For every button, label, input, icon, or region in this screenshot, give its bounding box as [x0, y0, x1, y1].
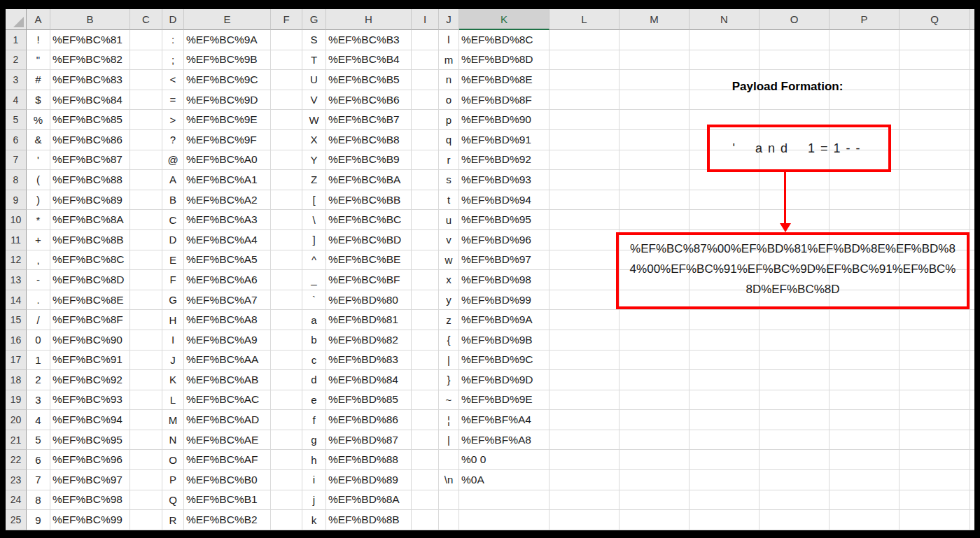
cell-O22[interactable] [760, 450, 830, 470]
cell-J19[interactable]: ~ [439, 390, 459, 411]
cell-C3[interactable] [130, 70, 162, 90]
cell-Q25[interactable] [899, 510, 970, 530]
cell-N20[interactable] [690, 410, 760, 430]
cell-C6[interactable] [130, 130, 162, 150]
cell-M6[interactable] [620, 130, 690, 150]
col-header-E[interactable]: E [184, 9, 271, 30]
cell-Q2[interactable] [899, 50, 970, 71]
cell-A1[interactable]: ! [27, 30, 50, 50]
cell-O25[interactable] [760, 510, 830, 530]
cell-N10[interactable] [690, 210, 760, 230]
cell-F20[interactable] [271, 410, 302, 430]
cell-E3[interactable]: %EF%BC%9C [184, 70, 271, 90]
cell-Q6[interactable] [899, 130, 970, 150]
cell-F1[interactable] [271, 30, 302, 50]
cell-D16[interactable]: I [162, 330, 184, 351]
cell-A17[interactable]: 1 [27, 351, 50, 371]
cell-L13[interactable] [550, 270, 620, 290]
cell-J22[interactable] [439, 450, 459, 470]
cell-K23[interactable]: %0A [459, 470, 550, 490]
cell-C14[interactable] [130, 290, 162, 311]
cell-H8[interactable]: %EF%BC%BA [326, 170, 412, 190]
cell-I21[interactable] [412, 430, 439, 451]
cell-G6[interactable]: X [302, 130, 326, 150]
cell-M20[interactable] [620, 410, 690, 430]
cell-Q17[interactable] [899, 351, 970, 371]
cell-J10[interactable]: u [439, 210, 459, 230]
cell-E24[interactable]: %EF%BC%B1 [184, 490, 271, 511]
col-header-B[interactable]: B [50, 9, 130, 30]
cell-P1[interactable] [830, 30, 899, 50]
cell-E5[interactable]: %EF%BC%9E [184, 110, 271, 130]
cell-C24[interactable] [130, 490, 162, 511]
cell-A9[interactable]: ) [27, 190, 50, 211]
cell-K2[interactable]: %EF%BD%8D [459, 50, 550, 71]
cell-H13[interactable]: %EF%BC%BF [326, 270, 412, 290]
cell-G20[interactable]: f [302, 410, 326, 430]
cell-I23[interactable] [412, 470, 439, 490]
cell-E21[interactable]: %EF%BC%AE [184, 430, 271, 451]
cell-I25[interactable] [412, 510, 439, 530]
cell-D20[interactable]: M [162, 410, 184, 430]
cell-K20[interactable]: %EF%BF%A4 [459, 410, 550, 430]
cell-E19[interactable]: %EF%BC%AC [184, 390, 271, 411]
cell-J5[interactable]: p [439, 110, 459, 130]
cell-K7[interactable]: %EF%BD%92 [459, 150, 550, 171]
cell-B25[interactable]: %EF%BC%99 [50, 510, 130, 530]
cell-M19[interactable] [620, 390, 690, 411]
col-header-A[interactable]: A [27, 9, 50, 30]
cell-L25[interactable] [550, 510, 620, 530]
cell-H21[interactable]: %EF%BD%87 [326, 430, 412, 451]
cell-Q7[interactable] [899, 150, 970, 171]
cell-A14[interactable]: . [27, 290, 50, 311]
cell-G3[interactable]: U [302, 70, 326, 90]
cell-G2[interactable]: T [302, 50, 326, 71]
cell-H6[interactable]: %EF%BC%B8 [326, 130, 412, 150]
cell-A24[interactable]: 8 [27, 490, 50, 511]
cell-M25[interactable] [620, 510, 690, 530]
cell-H15[interactable]: %EF%BD%81 [326, 310, 412, 330]
cell-K3[interactable]: %EF%BD%8E [459, 70, 550, 90]
cell-F5[interactable] [271, 110, 302, 130]
cell-E14[interactable]: %EF%BC%A7 [184, 290, 271, 311]
cell-J12[interactable]: w [439, 250, 459, 271]
cell-F4[interactable] [271, 90, 302, 111]
cell-P22[interactable] [830, 450, 899, 470]
cell-I3[interactable] [412, 70, 439, 90]
row-header-25[interactable]: 25 [6, 510, 27, 530]
cell-H19[interactable]: %EF%BD%85 [326, 390, 412, 411]
cell-O24[interactable] [760, 490, 830, 511]
col-header-Q[interactable]: Q [899, 9, 970, 30]
cell-P24[interactable] [830, 490, 899, 511]
cell-N16[interactable] [690, 330, 760, 351]
col-header-N[interactable]: N [690, 9, 760, 30]
cell-I16[interactable] [412, 330, 439, 351]
cell-F15[interactable] [271, 310, 302, 330]
cell-M22[interactable] [620, 450, 690, 470]
cell-H20[interactable]: %EF%BD%86 [326, 410, 412, 430]
cell-J1[interactable]: l [439, 30, 459, 50]
cell-A12[interactable]: , [27, 250, 50, 271]
cell-N2[interactable] [690, 50, 760, 71]
cell-G18[interactable]: d [302, 370, 326, 390]
cell-G9[interactable]: [ [302, 190, 326, 211]
cell-G10[interactable]: \ [302, 210, 326, 230]
cell-D1[interactable]: : [162, 30, 184, 50]
cell-O19[interactable] [760, 390, 830, 411]
cell-P16[interactable] [830, 330, 899, 351]
cell-F11[interactable] [271, 230, 302, 250]
cell-G8[interactable]: Z [302, 170, 326, 190]
cell-A10[interactable]: * [27, 210, 50, 230]
row-header-3[interactable]: 3 [6, 70, 27, 90]
col-header-D[interactable]: D [162, 9, 184, 30]
cell-I15[interactable] [412, 310, 439, 330]
cell-M18[interactable] [620, 370, 690, 390]
cell-F19[interactable] [271, 390, 302, 411]
cell-N17[interactable] [690, 351, 760, 371]
col-header-F[interactable]: F [271, 9, 302, 30]
cell-B18[interactable]: %EF%BC%92 [50, 370, 130, 390]
cell-F8[interactable] [271, 170, 302, 190]
cell-K18[interactable]: %EF%BD%9D [459, 370, 550, 390]
cell-K25[interactable] [459, 510, 550, 530]
cell-D25[interactable]: R [162, 510, 184, 530]
